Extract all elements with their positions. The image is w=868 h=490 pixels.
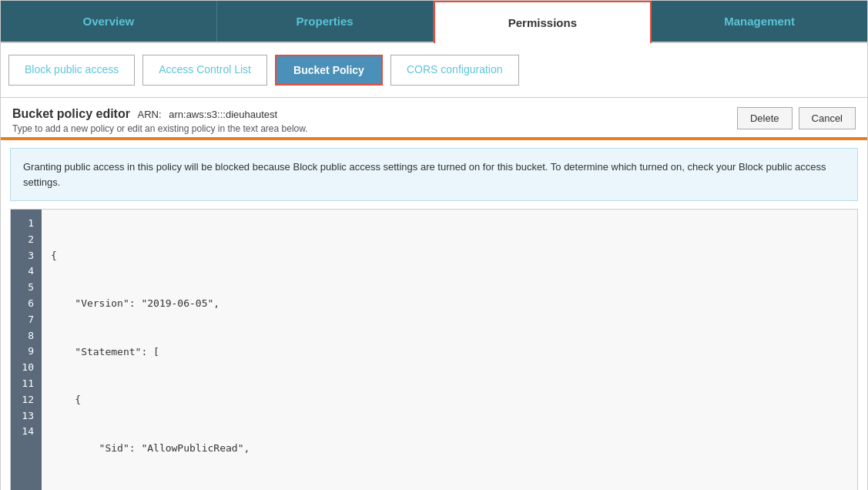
ln-4: 4: [18, 263, 34, 280]
code-line-4: {: [51, 392, 848, 408]
ln-13: 13: [18, 408, 34, 425]
top-nav: Overview Properties Permissions Manageme…: [1, 1, 867, 43]
editor-title-line: Bucket policy editor ARN: arn:aws:s3:::d…: [12, 107, 308, 121]
warning-box: Granting public access in this policy wi…: [10, 148, 858, 201]
editor-subtitle: Type to add a new policy or edit an exis…: [12, 123, 308, 134]
editor-buttons: Delete Cancel: [737, 107, 856, 129]
code-content[interactable]: { "Version": "2019-06-05", "Statement": …: [42, 210, 857, 490]
editor-arn-label: ARN:: [138, 109, 162, 120]
tab-overview[interactable]: Overview: [1, 1, 217, 42]
editor-arn-value: arn:aws:s3:::dieuhautest: [169, 109, 277, 120]
ln-14: 14: [18, 424, 34, 440]
sub-tabs: Block public access Access Control List …: [1, 43, 867, 98]
ln-5: 5: [18, 280, 34, 296]
code-line-2: "Version": "2019-06-05",: [51, 296, 848, 312]
ln-8: 8: [18, 328, 34, 344]
subtab-acl[interactable]: Access Control List: [142, 55, 267, 86]
ln-12: 12: [18, 392, 34, 408]
line-numbers: 1 2 3 4 5 6 7 8 9 10 11 12 13 14: [11, 210, 42, 490]
cancel-button[interactable]: Cancel: [799, 107, 856, 129]
ln-2: 2: [18, 232, 34, 248]
ln-6: 6: [18, 296, 34, 312]
subtab-block-public-access[interactable]: Block public access: [8, 55, 135, 86]
tab-properties[interactable]: Properties: [217, 1, 434, 42]
subtab-bucket-policy[interactable]: Bucket Policy: [275, 55, 383, 86]
warning-text: Granting public access in this policy wi…: [23, 161, 826, 188]
ln-9: 9: [18, 344, 34, 360]
code-line-5: "Sid": "AllowPublicRead",: [51, 441, 848, 457]
code-line-1: {: [51, 248, 848, 264]
editor-title-section: Bucket policy editor ARN: arn:aws:s3:::d…: [12, 107, 308, 134]
ln-3: 3: [18, 248, 34, 264]
ln-1: 1: [18, 216, 34, 232]
editor-title: Bucket policy editor: [12, 107, 130, 120]
main-container: Overview Properties Permissions Manageme…: [0, 0, 868, 490]
ln-7: 7: [18, 312, 34, 328]
ln-10: 10: [18, 360, 34, 376]
tab-management[interactable]: Management: [652, 1, 867, 42]
tab-permissions[interactable]: Permissions: [434, 1, 652, 43]
subtab-cors[interactable]: CORS configuration: [390, 55, 519, 86]
ln-11: 11: [18, 376, 34, 392]
editor-header: Bucket policy editor ARN: arn:aws:s3:::d…: [1, 98, 867, 137]
code-editor[interactable]: 1 2 3 4 5 6 7 8 9 10 11 12 13 14 { "Vers…: [10, 209, 858, 490]
code-line-3: "Statement": [: [51, 344, 848, 361]
delete-button[interactable]: Delete: [737, 107, 793, 129]
orange-bar: [1, 137, 867, 140]
